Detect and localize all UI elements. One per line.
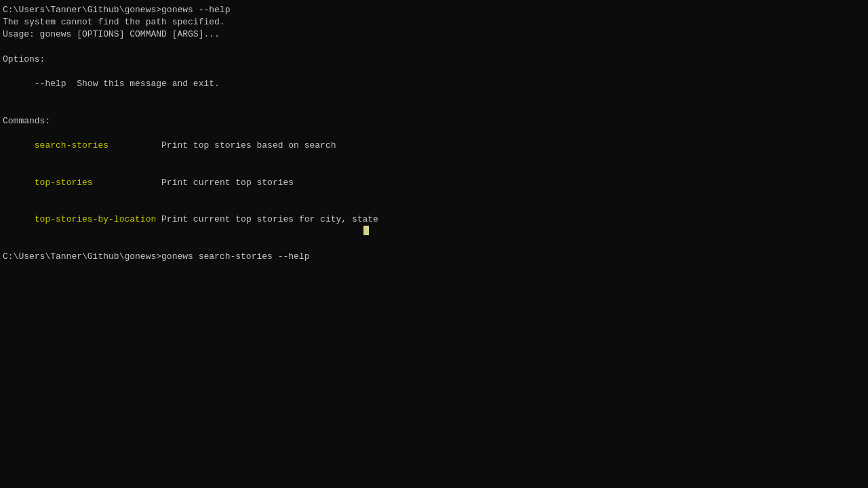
terminal-cmd-search-stories: search-stories Print top stories based o… (3, 127, 865, 165)
terminal-line-2: C:\Users\Tanner\Github\gonews>gonews sea… (3, 251, 865, 263)
terminal-window[interactable]: C:\Users\Tanner\Github\gonews>gonews --h… (0, 0, 868, 488)
terminal-cmd-top-stories: top-stories Print current top stories (3, 164, 865, 201)
terminal-cmd-search-stories-desc: Print top stories based on search (161, 140, 336, 150)
terminal-cursor (363, 226, 369, 235)
terminal-option-flag: --help (24, 79, 77, 89)
terminal-empty-2 (3, 103, 865, 115)
terminal-empty-3 (3, 239, 865, 251)
terminal-cmd-top-stories-by-location: top-stories-by-location Print current to… (3, 201, 865, 239)
terminal-options-header: Options: (3, 54, 865, 66)
terminal-cmd-search-stories-name: search-stories (24, 140, 161, 150)
terminal-cmd-top-stories-by-location-desc: Print current top stories for city, stat… (161, 214, 378, 224)
terminal-line-1: C:\Users\Tanner\Github\gonews>gonews --h… (3, 4, 865, 16)
terminal-error: The system cannot find the path specifie… (3, 16, 865, 28)
terminal-commands-header: Commands: (3, 115, 865, 127)
terminal-usage: Usage: gonews [OPTIONS] COMMAND [ARGS]..… (3, 28, 865, 41)
terminal-empty-1 (3, 41, 865, 54)
terminal-cmd-top-stories-by-location-name: top-stories-by-location (24, 214, 161, 224)
terminal-cmd-top-stories-desc: Print current top stories (161, 178, 294, 188)
terminal-option-desc: Show this message and exit. (77, 79, 220, 89)
terminal-option-help: --help Show this message and exit. (3, 66, 865, 103)
terminal-cmd-top-stories-name: top-stories (24, 178, 161, 188)
